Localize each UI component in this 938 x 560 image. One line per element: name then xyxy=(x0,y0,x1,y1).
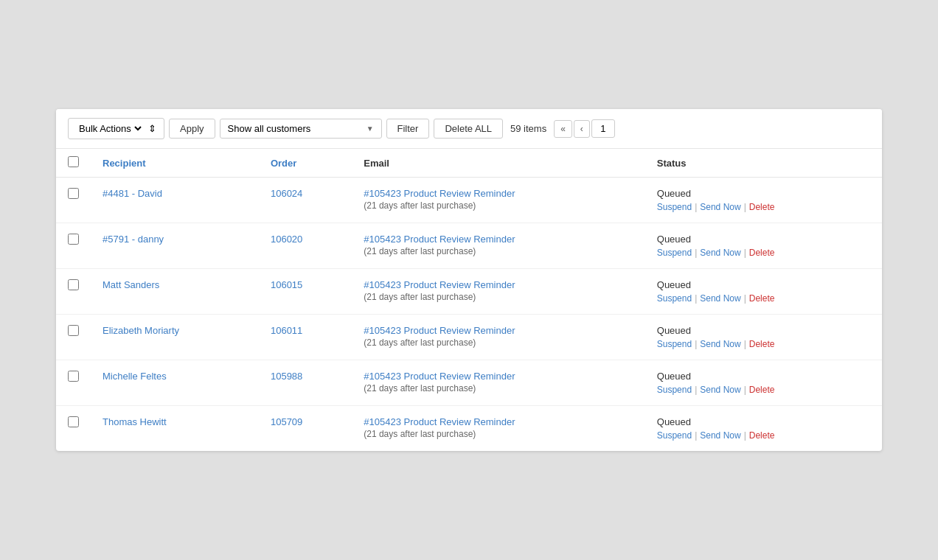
row-checkbox-cell[interactable] xyxy=(56,360,91,406)
table-row: Thomas Hewitt105709 #105423 Product Revi… xyxy=(56,406,882,452)
status-cell: Queued Suspend | Send Now | Delete xyxy=(645,360,882,406)
email-subject-link[interactable]: #105423 Product Review Reminder xyxy=(364,279,515,290)
status-text: Queued xyxy=(657,234,870,245)
row-checkbox[interactable] xyxy=(68,325,79,336)
status-text: Queued xyxy=(657,416,870,427)
email-subject-link[interactable]: #105423 Product Review Reminder xyxy=(364,234,515,245)
suspend-link[interactable]: Suspend xyxy=(657,248,692,258)
suspend-link[interactable]: Suspend xyxy=(657,202,692,212)
row-checkbox[interactable] xyxy=(68,279,79,290)
select-all-checkbox[interactable] xyxy=(68,156,79,167)
table-row: Elizabeth Moriarty106011 #105423 Product… xyxy=(56,315,882,360)
delete-link[interactable]: Delete xyxy=(749,430,775,441)
send-now-link[interactable]: Send Now xyxy=(700,248,740,258)
filter-button[interactable]: Filter xyxy=(386,119,430,139)
suspend-link[interactable]: Suspend xyxy=(657,385,692,395)
status-actions: Suspend | Send Now | Delete xyxy=(657,202,870,212)
separator: | xyxy=(695,293,697,304)
recipient-cell: #5791 - danny xyxy=(91,223,259,269)
row-checkbox[interactable] xyxy=(68,416,79,427)
pagination: « ‹ xyxy=(554,119,615,138)
suspend-link[interactable]: Suspend xyxy=(657,293,692,304)
delete-link[interactable]: Delete xyxy=(749,293,775,304)
delete-link[interactable]: Delete xyxy=(749,385,775,395)
email-subject-link[interactable]: #105423 Product Review Reminder xyxy=(364,188,515,199)
order-link[interactable]: 106020 xyxy=(271,234,302,245)
recipient-link[interactable]: #4481 - David xyxy=(103,188,162,199)
recipient-link[interactable]: Thomas Hewitt xyxy=(103,416,167,427)
row-checkbox-cell[interactable] xyxy=(56,223,91,269)
email-cell: #105423 Product Review Reminder (21 days… xyxy=(352,269,645,315)
prev-page-button[interactable]: ‹ xyxy=(574,120,590,138)
recipient-header[interactable]: Recipient xyxy=(91,149,259,178)
status-actions: Suspend | Send Now | Delete xyxy=(657,430,870,441)
chevron-down-icon: ▼ xyxy=(366,125,374,133)
recipient-cell: Matt Sanders xyxy=(91,269,259,315)
separator: | xyxy=(744,385,746,395)
recipient-link[interactable]: Michelle Feltes xyxy=(103,371,167,382)
separator: | xyxy=(695,202,697,212)
delete-all-button[interactable]: Delete ALL xyxy=(434,119,503,139)
order-link[interactable]: 106024 xyxy=(271,188,302,199)
recipient-link[interactable]: #5791 - danny xyxy=(103,234,164,245)
select-all-header[interactable] xyxy=(56,149,91,178)
filter-dropdown[interactable]: Show all customers ▼ xyxy=(220,119,382,139)
send-now-link[interactable]: Send Now xyxy=(700,339,740,349)
order-cell: 105988 xyxy=(259,360,352,406)
row-checkbox-cell[interactable] xyxy=(56,315,91,360)
order-cell: 106011 xyxy=(259,315,352,360)
item-count: 59 items xyxy=(510,123,546,134)
apply-button[interactable]: Apply xyxy=(169,119,215,139)
email-subject-link[interactable]: #105423 Product Review Reminder xyxy=(364,371,515,382)
status-cell: Queued Suspend | Send Now | Delete xyxy=(645,315,882,360)
send-now-link[interactable]: Send Now xyxy=(700,385,740,395)
recipient-link[interactable]: Elizabeth Moriarty xyxy=(103,325,179,336)
row-checkbox-cell[interactable] xyxy=(56,178,91,223)
separator: | xyxy=(744,430,746,441)
email-header: Email xyxy=(352,149,645,178)
queue-table: Recipient Order Email Status #4481 - Dav… xyxy=(56,149,882,451)
row-checkbox-cell[interactable] xyxy=(56,406,91,452)
row-checkbox[interactable] xyxy=(68,188,79,199)
suspend-link[interactable]: Suspend xyxy=(657,430,692,441)
email-note: (21 days after last purchase) xyxy=(364,200,633,211)
delete-link[interactable]: Delete xyxy=(749,339,775,349)
order-link[interactable]: 106011 xyxy=(271,325,302,336)
table-row: Michelle Feltes105988 #105423 Product Re… xyxy=(56,360,882,406)
row-checkbox[interactable] xyxy=(68,234,79,245)
status-text: Queued xyxy=(657,371,870,382)
separator: | xyxy=(744,293,746,304)
order-cell: 106024 xyxy=(259,178,352,223)
order-link[interactable]: 106015 xyxy=(271,279,302,290)
separator: | xyxy=(695,385,697,395)
send-now-link[interactable]: Send Now xyxy=(700,430,740,441)
send-now-link[interactable]: Send Now xyxy=(700,293,740,304)
table-row: #5791 - danny106020 #105423 Product Revi… xyxy=(56,223,882,269)
separator: | xyxy=(744,202,746,212)
order-header[interactable]: Order xyxy=(259,149,352,178)
delete-link[interactable]: Delete xyxy=(749,202,775,212)
row-checkbox-cell[interactable] xyxy=(56,269,91,315)
email-subject-link[interactable]: #105423 Product Review Reminder xyxy=(364,416,515,427)
status-cell: Queued Suspend | Send Now | Delete xyxy=(645,406,882,452)
delete-link[interactable]: Delete xyxy=(749,248,775,258)
order-link[interactable]: 105709 xyxy=(271,416,302,427)
send-now-link[interactable]: Send Now xyxy=(700,202,740,212)
order-cell: 106015 xyxy=(259,269,352,315)
separator: | xyxy=(744,339,746,349)
email-cell: #105423 Product Review Reminder (21 days… xyxy=(352,360,645,406)
order-link[interactable]: 105988 xyxy=(271,371,302,382)
email-cell: #105423 Product Review Reminder (21 days… xyxy=(352,178,645,223)
suspend-link[interactable]: Suspend xyxy=(657,339,692,349)
email-subject-link[interactable]: #105423 Product Review Reminder xyxy=(364,325,515,336)
bulk-actions-arrow-icon: ⇕ xyxy=(148,123,156,134)
main-panel: Bulk Actions ⇕ Apply Show all customers … xyxy=(56,109,882,451)
page-number-input[interactable] xyxy=(591,119,615,138)
recipient-link[interactable]: Matt Sanders xyxy=(103,279,159,290)
status-text: Queued xyxy=(657,325,870,336)
bulk-actions-wrapper[interactable]: Bulk Actions ⇕ xyxy=(68,118,164,139)
separator: | xyxy=(744,248,746,258)
bulk-actions-select[interactable]: Bulk Actions xyxy=(76,122,144,135)
first-page-button[interactable]: « xyxy=(554,120,572,138)
row-checkbox[interactable] xyxy=(68,371,79,382)
